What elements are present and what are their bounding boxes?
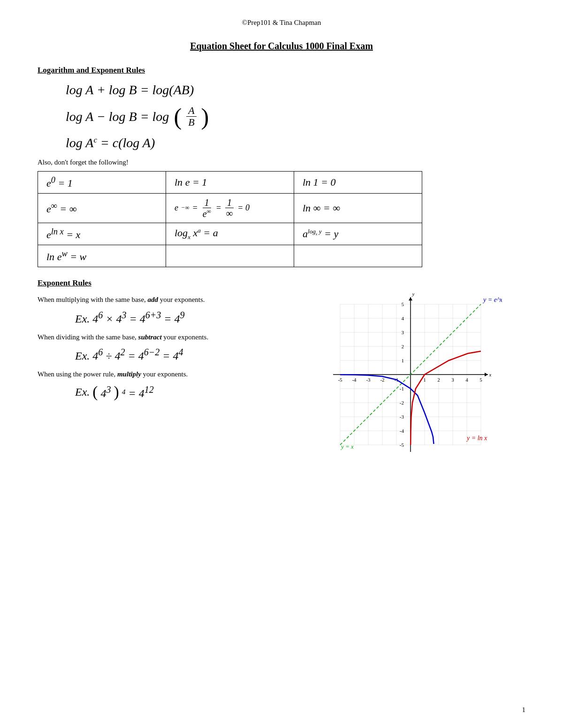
formula-log-add: log A + log B = log(AB)	[66, 83, 525, 98]
y-tick: 2	[402, 344, 404, 349]
y-tick: -4	[400, 428, 404, 434]
table-row: e0 = 1 ln e = 1 ln 1 = 0	[38, 171, 422, 193]
divide-example: Ex. 46 ÷ 42 = 46−2 = 44	[75, 347, 310, 362]
table-cell	[294, 245, 422, 267]
multiply-example: Ex. 46 × 43 = 46+3 = 49	[75, 310, 310, 325]
y-tick: 3	[402, 330, 404, 335]
table-cell: ln ew = w	[38, 245, 166, 267]
table-cell: ln e = 1	[166, 171, 294, 193]
y-tick: -1	[400, 386, 404, 391]
x-tick: -5	[338, 377, 342, 383]
table-cell: alogx y = y	[294, 223, 422, 245]
ln-curve-label: y = ln x	[466, 435, 487, 442]
table-cell: logx xa = a	[166, 223, 294, 245]
power-example: Ex. ( 43 ) 4 = 412	[75, 384, 310, 400]
also-text: Also, don't forget the following!	[38, 158, 525, 166]
exp-curve-label: y = e^x	[482, 296, 502, 303]
exponent-section: Exponent Rules When multiplying with the…	[38, 278, 525, 457]
multiply-text: When multiplying with the same base, add…	[38, 294, 310, 305]
section1-title: Logarithm and Exponent Rules	[38, 66, 525, 75]
table-cell: eln x = x	[38, 223, 166, 245]
section2-title: Exponent Rules	[38, 278, 310, 288]
svg-rect-0	[314, 283, 502, 457]
table-cell: e0 = 1	[38, 171, 166, 193]
line-label: y = x	[340, 443, 354, 450]
graph-container: -5 -4 -3 -2 -1 1 2 3 4 5 5 4 3 2 1 -1	[310, 278, 507, 457]
copyright-text: ©Prep101 & Tina Chapman	[38, 19, 525, 27]
y-tick: -2	[400, 400, 404, 405]
graph-svg: -5 -4 -3 -2 -1 1 2 3 4 5 5 4 3 2 1 -1	[314, 283, 502, 457]
y-tick: -3	[400, 414, 404, 420]
x-axis-label: x	[489, 372, 492, 377]
formula-log-power: log Ac = c(log A)	[66, 135, 525, 150]
table-cell: ln ∞ = ∞	[294, 194, 422, 223]
y-tick: 1	[402, 358, 404, 363]
formula-log-subtract: log A − log B = log ( A B )	[66, 105, 525, 128]
page-number: 1	[522, 706, 526, 714]
x-tick: 1	[423, 377, 426, 383]
main-title: Equation Sheet for Calculus 1000 Final E…	[38, 41, 525, 52]
table-cell	[166, 245, 294, 267]
x-tick: 5	[479, 377, 482, 383]
y-tick: 4	[402, 315, 404, 321]
x-tick: -4	[352, 377, 357, 383]
x-tick: -3	[366, 377, 371, 383]
table-cell: e−∞ = 1 e∞ = 1 ∞ = 0	[166, 194, 294, 223]
x-tick: -2	[380, 377, 384, 383]
power-text: When using the power rule, multiply your…	[38, 369, 310, 380]
table-row: ln ew = w	[38, 245, 422, 267]
y-tick: 5	[402, 301, 404, 307]
rules-table: e0 = 1 ln e = 1 ln 1 = 0 e∞ = ∞ e−∞ = 1 …	[38, 171, 422, 268]
x-tick: 4	[465, 377, 468, 383]
y-tick: -5	[400, 442, 404, 448]
table-cell: ln 1 = 0	[294, 171, 422, 193]
y-axis-label: y	[412, 291, 415, 297]
x-tick: 3	[451, 377, 454, 383]
x-tick: 2	[437, 377, 440, 383]
divide-text: When dividing with the same base, subtra…	[38, 332, 310, 343]
table-row: e∞ = ∞ e−∞ = 1 e∞ = 1 ∞ = 0 ln ∞ = ∞	[38, 194, 422, 223]
table-row: eln x = x logx xa = a alogx y = y	[38, 223, 422, 245]
exponent-left: Exponent Rules When multiplying with the…	[38, 278, 310, 457]
table-cell: e∞ = ∞	[38, 194, 166, 223]
